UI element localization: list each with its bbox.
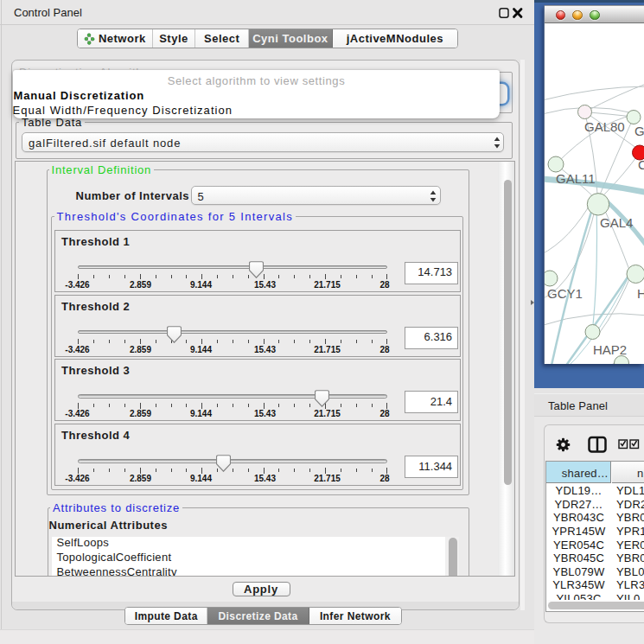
svg-text:GAL11: GAL11 [556, 171, 596, 186]
svg-text:GAL4: GAL4 [600, 215, 633, 230]
svg-text:H: H [637, 286, 644, 301]
svg-text:GAL80: GAL80 [584, 119, 625, 134]
svg-text:HAP2: HAP2 [593, 342, 627, 357]
svg-text:C: C [638, 157, 644, 172]
svg-text:G…: G… [634, 124, 644, 138]
svg-text:GCY1: GCY1 [547, 286, 583, 301]
